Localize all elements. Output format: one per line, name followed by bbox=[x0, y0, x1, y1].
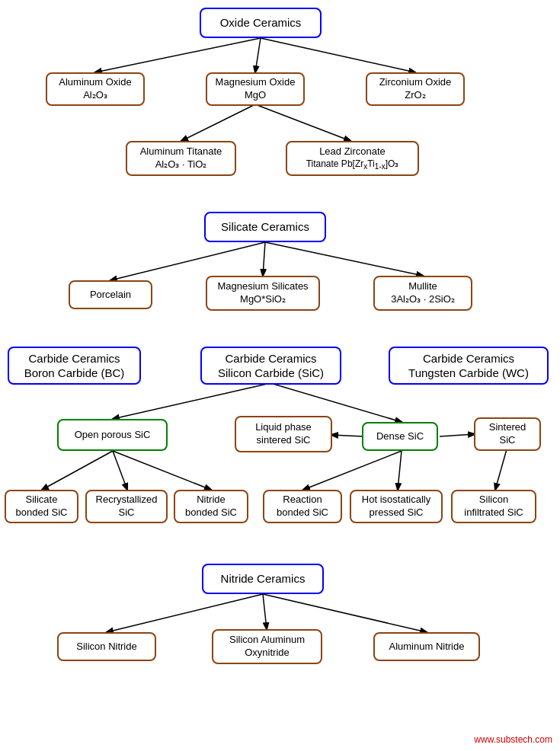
mullite-node: Mullite 3Al₂O₃ · 2SiO₂ bbox=[373, 276, 472, 311]
silicate-bonded-label2: bonded SiC bbox=[16, 507, 68, 519]
svg-line-15 bbox=[303, 451, 402, 490]
liquid-phase-node: Liquid phase sintered SiC bbox=[235, 416, 332, 452]
hot-isostatically-label: Hot isostatically bbox=[362, 494, 430, 507]
liquid-phase-label: Liquid phase bbox=[255, 421, 312, 434]
svg-line-3 bbox=[181, 104, 255, 141]
magnesium-silicates-formula: MgO*SiO₂ bbox=[240, 293, 286, 306]
svg-line-13 bbox=[113, 451, 127, 490]
open-porous-sic-label: Open porous SiC bbox=[75, 429, 151, 442]
silicon-aluminum-node: Silicon Aluminum Oxynitride bbox=[212, 629, 322, 664]
aluminum-oxide-formula: Al₂O₃ bbox=[83, 89, 107, 102]
reaction-bonded-label2: bonded SiC bbox=[277, 507, 328, 519]
aluminum-titanate-node: Aluminum Titanate Al₂O₃ · TiO₂ bbox=[126, 141, 236, 176]
porcelain-label: Porcelain bbox=[90, 289, 131, 302]
svg-line-17 bbox=[495, 449, 507, 490]
lead-zirconate-label: Lead Zirconate bbox=[319, 145, 386, 158]
svg-line-5 bbox=[110, 242, 265, 280]
svg-line-16 bbox=[398, 451, 402, 490]
silicate-ceramics-node: Silicate Ceramics bbox=[204, 212, 326, 242]
silicon-aluminum-label: Silicon Aluminum bbox=[229, 634, 305, 647]
aluminum-nitride-label: Aluminum Nitride bbox=[389, 641, 465, 654]
svg-line-7 bbox=[265, 242, 423, 276]
silicate-bonded-label: Silicate bbox=[26, 494, 58, 507]
lead-zirconate-formula: Titanate Pb[ZrxTi1-x]O₃ bbox=[306, 158, 399, 171]
carbide-bc-node: Carbide Ceramics Boron Carbide (BC) bbox=[8, 347, 141, 385]
svg-line-8 bbox=[113, 383, 270, 419]
svg-line-6 bbox=[263, 242, 265, 276]
carbide-wc-label1: Carbide Ceramics bbox=[423, 351, 514, 366]
carbide-bc-label1: Carbide Ceramics bbox=[28, 351, 120, 366]
nitride-bonded-label: Nitride bbox=[197, 494, 226, 507]
nitride-bonded-node: Nitride bonded SiC bbox=[174, 490, 248, 523]
magnesium-oxide-label: Magnesium Oxide bbox=[216, 76, 296, 89]
silicon-nitride-label: Silicon Nitride bbox=[76, 641, 136, 654]
aluminum-nitride-node: Aluminum Nitride bbox=[373, 632, 480, 661]
silicon-nitride-node: Silicon Nitride bbox=[57, 632, 156, 661]
dense-sic-label: Dense SiC bbox=[376, 430, 424, 443]
aluminum-oxide-label: Aluminum Oxide bbox=[59, 76, 131, 89]
carbide-wc-node: Carbide Ceramics Tungsten Carbide (WC) bbox=[389, 347, 549, 385]
svg-line-10 bbox=[331, 435, 363, 436]
sintered-sic-node: Sintered SiC bbox=[474, 417, 541, 451]
silicon-infiltrated-label2: infiltrated SiC bbox=[464, 507, 523, 519]
mullite-formula: 3Al₂O₃ · 2SiO₂ bbox=[391, 293, 455, 306]
reaction-bonded-label: Reaction bbox=[283, 494, 322, 507]
silicate-bonded-node: Silicate bonded SiC bbox=[5, 490, 78, 523]
aluminum-oxide-node: Aluminum Oxide Al₂O₃ bbox=[46, 72, 145, 106]
hot-isostatically-node: Hot isostatically pressed SiC bbox=[350, 490, 443, 523]
carbide-wc-label2: Tungsten Carbide (WC) bbox=[408, 366, 529, 381]
oxide-ceramics-node: Oxide Ceramics bbox=[200, 8, 322, 38]
svg-line-12 bbox=[42, 451, 113, 490]
lead-zirconate-node: Lead Zirconate Titanate Pb[ZrxTi1-x]O₃ bbox=[286, 141, 419, 176]
magnesium-oxide-formula: MgO bbox=[245, 89, 266, 102]
carbide-sic-label1: Carbide Ceramics bbox=[225, 351, 316, 366]
recrystallized-node: Recrystallized SiC bbox=[85, 490, 168, 523]
svg-line-14 bbox=[113, 451, 211, 490]
silicon-infiltrated-node: Silicon infiltrated SiC bbox=[451, 490, 536, 523]
magnesium-oxide-node: Magnesium Oxide MgO bbox=[206, 72, 305, 106]
magnesium-silicates-label: Magnesium Silicates bbox=[217, 280, 308, 293]
svg-line-19 bbox=[263, 594, 267, 629]
porcelain-node: Porcelain bbox=[69, 280, 152, 309]
oxide-ceramics-label: Oxide Ceramics bbox=[220, 15, 302, 30]
nitride-ceramics-label: Nitride Ceramics bbox=[221, 571, 306, 586]
recrystallized-label: Recrystallized bbox=[96, 494, 158, 507]
zirconium-oxide-node: Zirconium Oxide ZrO₂ bbox=[366, 72, 465, 106]
svg-line-4 bbox=[255, 104, 350, 141]
svg-line-1 bbox=[255, 38, 261, 72]
svg-line-18 bbox=[107, 594, 263, 632]
sintered-sic-label2: SiC bbox=[500, 434, 516, 447]
liquid-phase-label2: sintered SiC bbox=[257, 434, 311, 447]
watermark-text: www.substech.com bbox=[474, 734, 552, 745]
svg-line-20 bbox=[263, 594, 427, 632]
mullite-label: Mullite bbox=[408, 280, 437, 293]
sintered-sic-label: Sintered bbox=[489, 421, 526, 434]
nitride-bonded-label2: bonded SiC bbox=[185, 507, 237, 519]
reaction-bonded-node: Reaction bonded SiC bbox=[263, 490, 342, 523]
magnesium-silicates-node: Magnesium Silicates MgO*SiO₂ bbox=[206, 276, 320, 311]
silicate-ceramics-label: Silicate Ceramics bbox=[221, 219, 309, 235]
carbide-sic-node: Carbide Ceramics Silicon Carbide (SiC) bbox=[200, 347, 341, 385]
dense-sic-node: Dense SiC bbox=[362, 422, 438, 451]
svg-line-0 bbox=[95, 38, 261, 72]
nitride-ceramics-node: Nitride Ceramics bbox=[202, 564, 324, 594]
aluminum-titanate-label: Aluminum Titanate bbox=[140, 145, 222, 158]
svg-line-11 bbox=[440, 434, 475, 436]
carbide-bc-label2: Boron Carbide (BC) bbox=[24, 366, 125, 381]
carbide-sic-label2: Silicon Carbide (SiC) bbox=[218, 366, 324, 381]
recrystallized-label2: SiC bbox=[119, 507, 135, 519]
open-porous-sic-node: Open porous SiC bbox=[57, 419, 168, 451]
aluminum-titanate-formula: Al₂O₃ · TiO₂ bbox=[155, 158, 207, 171]
watermark: www.substech.com bbox=[474, 734, 552, 745]
silicon-infiltrated-label: Silicon bbox=[479, 494, 508, 507]
zirconium-oxide-label: Zirconium Oxide bbox=[379, 76, 452, 89]
svg-line-2 bbox=[261, 38, 415, 72]
zirconium-oxide-formula: ZrO₂ bbox=[405, 89, 425, 102]
hot-isostatically-label2: pressed SiC bbox=[370, 507, 424, 519]
silicon-aluminum-label2: Oxynitride bbox=[245, 647, 290, 660]
